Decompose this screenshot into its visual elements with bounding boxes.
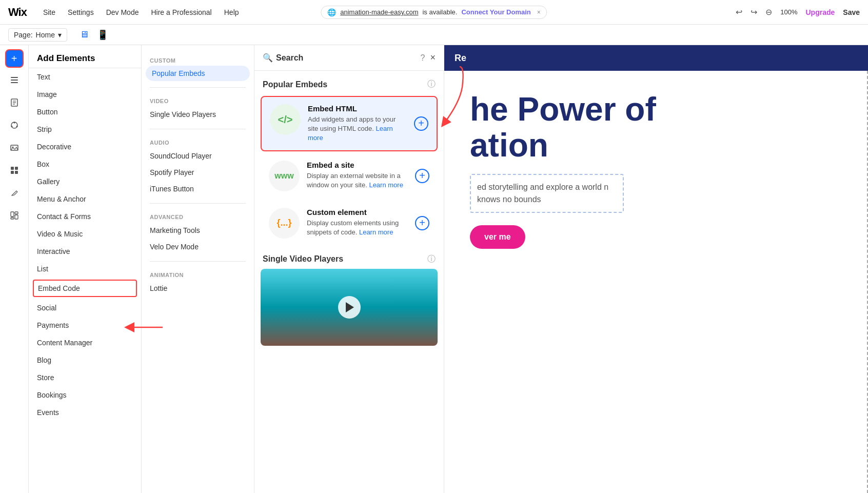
sidebar-icons: +	[0, 45, 29, 493]
undo-button[interactable]: ↩	[736, 7, 742, 17]
play-triangle-icon	[346, 302, 354, 312]
nav-settings[interactable]: Settings	[68, 8, 94, 16]
mobile-view-button[interactable]: 📱	[95, 27, 110, 43]
sidebar-icon-layers[interactable]	[4, 70, 25, 90]
connect-domain-button[interactable]: Connect Your Domain	[461, 8, 530, 16]
svg-rect-17	[11, 212, 14, 216]
panel-item-text[interactable]: Text	[29, 68, 141, 86]
desktop-view-button[interactable]: 🖥	[77, 27, 91, 43]
chevron-down-icon: ▾	[58, 31, 62, 39]
sidebar-icon-design[interactable]	[4, 115, 25, 135]
sidebar-icon-blog[interactable]	[4, 183, 25, 203]
sub-item-itunes[interactable]: iTunes Button	[142, 181, 254, 197]
nav-help[interactable]: Help	[224, 8, 239, 16]
page-name: Home	[36, 31, 55, 39]
panel-item-contact-forms[interactable]: Contact & Forms	[29, 208, 141, 225]
sub-item-popular-embeds[interactable]: Popular Embeds	[146, 66, 250, 81]
panel-item-gallery[interactable]: Gallery	[29, 173, 141, 190]
sub-item-lottie[interactable]: Lottie	[142, 280, 254, 297]
embed-site-text: Embed a site Display an external website…	[307, 161, 408, 190]
add-elements-header: Add Elements	[29, 45, 141, 68]
popular-embeds-title: Popular Embeds	[263, 80, 327, 89]
play-button-overlay[interactable]	[338, 296, 361, 319]
sub-section-video: VIDEO	[142, 94, 254, 106]
panel-item-interactive[interactable]: Interactive	[29, 243, 141, 260]
embed-content-panel: 🔍 Search ? × Popular Embeds ⓘ </> Embed …	[254, 45, 444, 493]
page-selector[interactable]: Page: Home ▾	[8, 28, 67, 42]
panel-item-bookings[interactable]: Bookings	[29, 386, 141, 404]
panel-item-events[interactable]: Events	[29, 404, 141, 421]
embed-panel-actions: ? ×	[421, 52, 436, 63]
svg-rect-13	[11, 167, 14, 170]
help-icon[interactable]: ?	[421, 53, 425, 63]
panel-item-embed-code[interactable]: Embed Code	[33, 280, 137, 297]
panel-item-box[interactable]: Box	[29, 155, 141, 173]
custom-element-desc: Display custom elements using snippets o…	[307, 219, 408, 237]
custom-element-card[interactable]: {...} Custom element Display custom elem…	[261, 201, 438, 246]
search-icon: 🔍	[263, 53, 273, 63]
embed-site-desc: Display an external website in a window …	[307, 171, 408, 190]
panel-item-button[interactable]: Button	[29, 103, 141, 121]
panel-item-store[interactable]: Store	[29, 369, 141, 386]
sidebar-icon-apps[interactable]	[4, 160, 25, 181]
nav-hire-professional[interactable]: Hire a Professional	[151, 8, 211, 16]
custom-element-add-button[interactable]: +	[415, 216, 429, 230]
canvas-cta-button[interactable]: ver me	[470, 225, 525, 249]
nav-dev-mode[interactable]: Dev Mode	[106, 8, 139, 16]
video-thumbnail[interactable]	[261, 269, 438, 346]
canvas-top-bar: Re	[444, 45, 868, 71]
embed-html-add-button[interactable]: +	[414, 116, 428, 131]
sidebar-icon-media[interactable]	[4, 137, 25, 158]
embed-sub-panel: CUSTOM Popular Embeds VIDEO Single Video…	[142, 45, 254, 493]
sub-item-spotify[interactable]: Spotify Player	[142, 164, 254, 181]
sidebar-icon-pages[interactable]	[4, 92, 25, 113]
panel-item-payments[interactable]: Payments	[29, 317, 141, 334]
search-label[interactable]: Search	[276, 53, 303, 63]
page-bar: Page: Home ▾ 🖥 📱	[0, 25, 868, 45]
svg-rect-2	[11, 82, 18, 83]
sub-item-single-video[interactable]: Single Video Players	[142, 106, 254, 123]
svg-rect-18	[15, 212, 18, 214]
save-button[interactable]: Save	[843, 8, 860, 16]
panel-item-decorative[interactable]: Decorative	[29, 138, 141, 155]
panel-item-image[interactable]: Image	[29, 86, 141, 103]
embed-site-learn-more[interactable]: Learn more	[369, 181, 403, 189]
sub-item-velo[interactable]: Velo Dev Mode	[142, 239, 254, 255]
video-section-info-icon[interactable]: ⓘ	[427, 254, 436, 265]
main-layout: + Add Elements Text Image Button Strip D…	[0, 45, 868, 493]
www-icon: www	[274, 171, 293, 181]
video-section-header: Single Video Players ⓘ	[254, 248, 444, 269]
sub-section-animation: ANIMATION	[142, 268, 254, 280]
panel-item-social[interactable]: Social	[29, 299, 141, 317]
embed-site-add-button[interactable]: +	[415, 169, 429, 183]
zoom-level[interactable]: 100%	[780, 8, 797, 16]
panel-item-strip[interactable]: Strip	[29, 121, 141, 138]
domain-available-text: is available.	[422, 8, 457, 16]
close-panel-button[interactable]: ×	[430, 52, 436, 63]
sub-item-soundcloud[interactable]: SoundCloud Player	[142, 148, 254, 164]
add-elements-button[interactable]: +	[5, 49, 24, 68]
redo-button[interactable]: ↪	[751, 7, 757, 17]
embed-html-card[interactable]: </> Embed HTML Add widgets and apps to y…	[261, 96, 438, 151]
svg-rect-16	[15, 171, 18, 174]
svg-rect-20	[11, 218, 14, 219]
nav-site[interactable]: Site	[43, 8, 55, 16]
close-domain-bar-button[interactable]: ×	[537, 9, 541, 16]
html-code-icon: </>	[278, 114, 293, 126]
custom-element-learn-more[interactable]: Learn more	[359, 228, 393, 236]
upgrade-button[interactable]: Upgrade	[806, 8, 835, 16]
panel-item-content-manager[interactable]: Content Manager	[29, 334, 141, 351]
svg-point-9	[16, 126, 17, 127]
sub-item-marketing[interactable]: Marketing Tools	[142, 222, 254, 239]
domain-bar: 🌐 animation-made-easy.com is available. …	[321, 6, 547, 19]
nav-right-actions: ↩ ↪ ⊖ 100% Upgrade Save	[736, 7, 860, 17]
canvas-area: Re he Power of ation ed storytelling and…	[444, 45, 868, 493]
popular-embeds-info-icon[interactable]: ⓘ	[427, 79, 436, 90]
canvas-headline: he Power of ation	[470, 91, 842, 164]
panel-item-blog[interactable]: Blog	[29, 351, 141, 369]
panel-item-menu-anchor[interactable]: Menu & Anchor	[29, 190, 141, 208]
panel-item-list[interactable]: List	[29, 260, 141, 278]
sidebar-icon-widgets[interactable]	[4, 205, 25, 226]
panel-item-video-music[interactable]: Video & Music	[29, 225, 141, 243]
embed-site-card[interactable]: www Embed a site Display an external web…	[261, 153, 438, 199]
